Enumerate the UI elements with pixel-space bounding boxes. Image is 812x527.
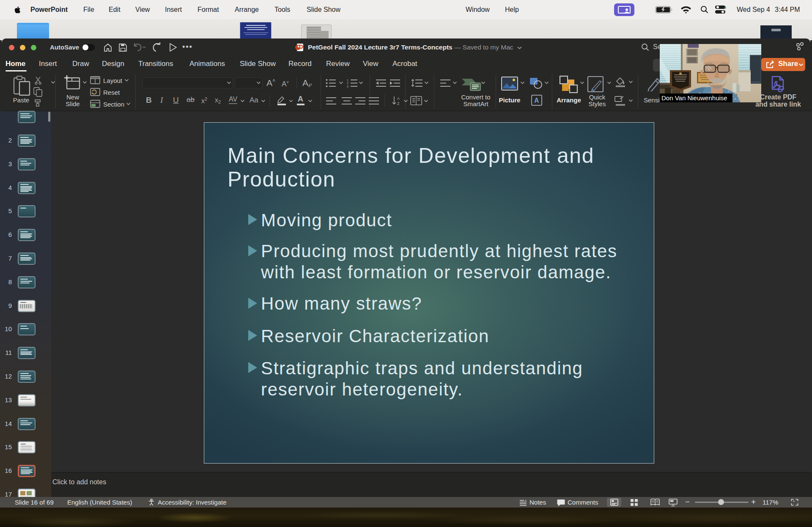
svg-text:1: 1 <box>347 79 348 82</box>
svg-text:A: A <box>397 96 400 101</box>
svg-text:2: 2 <box>347 82 348 85</box>
svg-text:A: A <box>534 97 539 104</box>
svg-text:Z: Z <box>397 102 400 106</box>
svg-text:3: 3 <box>347 85 348 88</box>
